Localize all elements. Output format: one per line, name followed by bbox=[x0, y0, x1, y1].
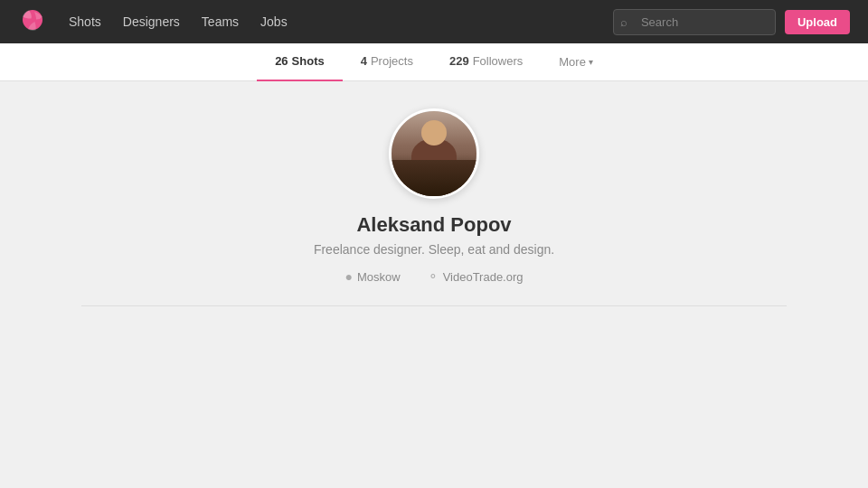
dribbble-logo[interactable] bbox=[18, 9, 47, 34]
upload-button[interactable]: Upload bbox=[785, 10, 850, 34]
nav-link-designers[interactable]: Designers bbox=[123, 14, 180, 29]
more-label: More bbox=[559, 55, 586, 69]
chevron-down-icon: ▾ bbox=[589, 57, 593, 67]
tab-projects[interactable]: 4 Projects bbox=[343, 43, 431, 81]
search-bar: ⌕ bbox=[613, 9, 776, 35]
followers-label: Followers bbox=[473, 54, 524, 68]
globe-icon: ⚬ bbox=[428, 269, 439, 284]
profile-location: ● Moskow bbox=[344, 269, 400, 284]
followers-count: 229 bbox=[449, 54, 469, 68]
profile-website: ⚬ VideoTrade.org bbox=[428, 269, 524, 284]
profile-name: Aleksand Popov bbox=[356, 213, 511, 237]
profile-meta: ● Moskow ⚬ VideoTrade.org bbox=[344, 269, 523, 284]
shots-label: Shots bbox=[292, 54, 325, 68]
profile-bio: Freelance designer. Sleep, eat and desig… bbox=[314, 242, 554, 257]
tab-shots[interactable]: 26 Shots bbox=[257, 43, 343, 81]
main-nav: Shots Designers Teams Jobs ⌕ Upload bbox=[0, 0, 868, 43]
profile-content: Aleksand Popov Freelance designer. Sleep… bbox=[0, 81, 868, 306]
nav-link-shots[interactable]: Shots bbox=[69, 14, 101, 29]
location-icon: ● bbox=[344, 269, 352, 284]
profile-tab-bar: 26 Shots 4 Projects 229 Followers More ▾ bbox=[0, 43, 868, 81]
projects-count: 4 bbox=[361, 54, 367, 68]
website-link[interactable]: VideoTrade.org bbox=[443, 270, 524, 284]
avatar bbox=[389, 108, 479, 199]
location-text: Moskow bbox=[357, 270, 401, 284]
profile-divider bbox=[81, 305, 787, 306]
tab-followers[interactable]: 229 Followers bbox=[431, 43, 541, 81]
nav-link-jobs[interactable]: Jobs bbox=[260, 14, 288, 29]
projects-label: Projects bbox=[371, 54, 413, 68]
shots-count: 26 bbox=[275, 54, 288, 68]
search-input[interactable] bbox=[613, 9, 776, 35]
more-dropdown[interactable]: More ▾ bbox=[541, 43, 611, 81]
nav-links: Shots Designers Teams Jobs bbox=[69, 14, 613, 29]
nav-link-teams[interactable]: Teams bbox=[202, 14, 239, 29]
